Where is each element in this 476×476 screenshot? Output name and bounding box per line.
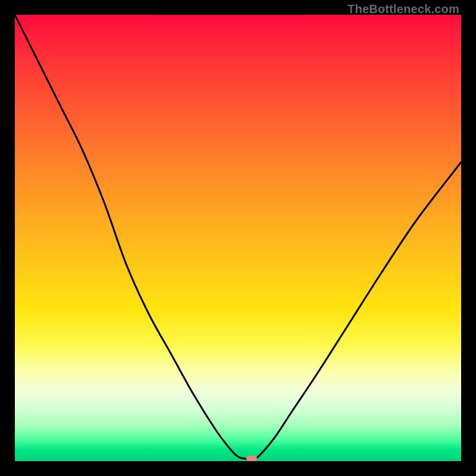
bottleneck-curve bbox=[15, 15, 461, 461]
chart-frame: TheBottleneck.com bbox=[0, 0, 476, 476]
plot-area bbox=[15, 15, 461, 461]
watermark-text: TheBottleneck.com bbox=[347, 2, 459, 16]
minimum-marker bbox=[246, 456, 257, 461]
